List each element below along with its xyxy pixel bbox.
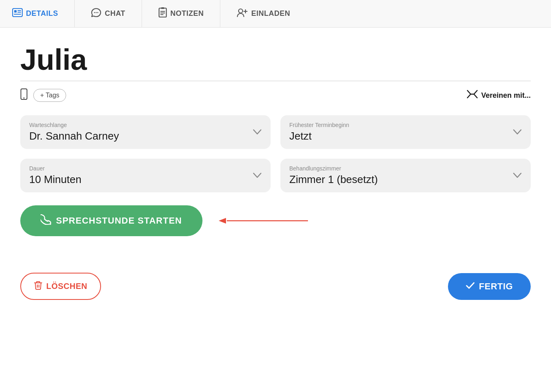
- nav-item-chat[interactable]: CHAT: [75, 0, 142, 27]
- vereinen-label: Vereinen mit...: [481, 91, 531, 100]
- svg-rect-8: [159, 8, 166, 17]
- delete-label: LÖSCHEN: [46, 282, 87, 291]
- fertig-label: FERTIG: [479, 281, 513, 292]
- terminbeginn-chevron: [513, 127, 522, 137]
- sprechstunde-starten-button[interactable]: SPRECHSTUNDE STARTEN: [20, 205, 202, 236]
- zimmer-label: Behandlungszimmer: [289, 165, 378, 172]
- terminbeginn-label: Frühester Terminbeginn: [289, 122, 349, 128]
- nav-item-details[interactable]: DETAILS: [8, 0, 75, 27]
- fertig-button[interactable]: FERTIG: [448, 273, 531, 300]
- dauer-content: Dauer 10 Minuten: [29, 165, 82, 186]
- start-button-label: SPRECHSTUNDE STARTEN: [56, 215, 182, 226]
- phone-call-icon: [41, 214, 51, 227]
- details-icon: [12, 8, 23, 19]
- trash-icon: [34, 281, 42, 292]
- page-title: Julia: [20, 44, 531, 76]
- svg-point-7: [97, 12, 99, 13]
- top-navigation: DETAILS CHAT NOTIZEN: [0, 0, 551, 28]
- zimmer-value: Zimmer 1 (besetzt): [289, 173, 378, 186]
- nav-item-notizen[interactable]: NOTIZEN: [142, 0, 221, 27]
- warteschlange-content: Warteschlange Dr. Sannah Carney: [29, 122, 119, 142]
- start-section: SPRECHSTUNDE STARTEN: [20, 205, 531, 236]
- arrow-annotation: [219, 217, 308, 225]
- nav-label-chat: CHAT: [105, 9, 125, 18]
- merge-icon: [467, 90, 478, 101]
- warteschlange-value: Dr. Sannah Carney: [29, 130, 119, 142]
- tags-button-label: + Tags: [40, 92, 59, 99]
- svg-rect-1: [14, 10, 17, 13]
- check-icon: [466, 281, 475, 292]
- red-arrow: [219, 217, 308, 225]
- warteschlange-label: Warteschlange: [29, 122, 119, 128]
- nav-item-einladen[interactable]: EINLADEN: [220, 0, 306, 27]
- chat-icon: [91, 8, 101, 20]
- einladen-icon: [237, 8, 248, 20]
- svg-point-17: [24, 97, 25, 99]
- svg-point-6: [96, 12, 97, 13]
- svg-rect-0: [13, 9, 22, 17]
- dauer-value: 10 Minuten: [29, 173, 82, 186]
- fields-grid: Warteschlange Dr. Sannah Carney Früheste…: [20, 115, 531, 192]
- title-divider: [20, 81, 531, 81]
- zimmer-dropdown[interactable]: Behandlungszimmer Zimmer 1 (besetzt): [280, 159, 531, 192]
- main-content: Julia + Tags Vereinen mit...: [0, 28, 551, 316]
- nav-label-details: DETAILS: [26, 9, 58, 18]
- svg-point-13: [239, 9, 243, 13]
- zimmer-content: Behandlungszimmer Zimmer 1 (besetzt): [289, 165, 378, 186]
- zimmer-chevron: [513, 171, 522, 180]
- add-tags-button[interactable]: + Tags: [33, 89, 66, 102]
- delete-button[interactable]: LÖSCHEN: [20, 273, 101, 300]
- terminbeginn-value: Jetzt: [289, 130, 349, 142]
- svg-rect-9: [161, 7, 164, 9]
- nav-label-notizen: NOTIZEN: [170, 9, 204, 18]
- nav-label-einladen: EINLADEN: [251, 9, 290, 18]
- bottom-actions: LÖSCHEN FERTIG: [20, 269, 531, 300]
- vereinen-button[interactable]: Vereinen mit...: [467, 90, 531, 101]
- dauer-chevron: [253, 171, 262, 180]
- mobile-icon: [20, 88, 28, 102]
- notizen-icon: [158, 7, 167, 20]
- terminbeginn-dropdown[interactable]: Frühester Terminbeginn Jetzt: [280, 115, 531, 149]
- tags-row: + Tags Vereinen mit...: [20, 88, 531, 102]
- svg-marker-20: [219, 218, 226, 224]
- warteschlange-dropdown[interactable]: Warteschlange Dr. Sannah Carney: [20, 115, 271, 149]
- svg-point-5: [94, 12, 95, 13]
- tags-left: + Tags: [20, 88, 66, 102]
- dauer-dropdown[interactable]: Dauer 10 Minuten: [20, 159, 271, 192]
- terminbeginn-content: Frühester Terminbeginn Jetzt: [289, 122, 349, 142]
- warteschlange-chevron: [253, 127, 262, 137]
- dauer-label: Dauer: [29, 165, 82, 172]
